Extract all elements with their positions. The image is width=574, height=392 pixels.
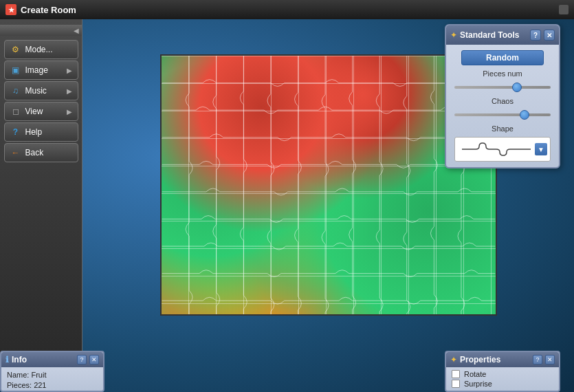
properties-content: Rotate Surprise — [446, 367, 559, 391]
title-bar-title: Create Room — [21, 5, 76, 15]
properties-close-button[interactable]: ✕ — [545, 355, 555, 364]
sidebar-item-view[interactable]: ◻ View ▶ — [4, 102, 78, 121]
tools-close-button[interactable]: ✕ — [544, 30, 555, 41]
sidebar-item-help-label: Help — [25, 127, 43, 137]
rotate-checkbox[interactable] — [452, 370, 460, 378]
chaos-label: Chaos — [452, 97, 553, 105]
sidebar: ◀ ⚙ Mode... ▣ Image ▶ ♫ Music ▶ ◻ View ▶… — [0, 19, 82, 356]
shape-preview-svg — [458, 140, 535, 159]
mode-icon: ⚙ — [10, 44, 21, 55]
app-icon: ★ — [5, 4, 16, 15]
info-header-icon: ℹ — [5, 355, 9, 364]
image-icon: ▣ — [10, 65, 21, 76]
tools-panel-header: ✦ Standard Tools ? ✕ — [446, 25, 559, 45]
sidebar-item-back-label: Back — [25, 148, 44, 157]
view-icon: ◻ — [10, 106, 21, 117]
standard-tools-panel: ✦ Standard Tools ? ✕ Random Pieces num C… — [445, 24, 560, 168]
shape-dropdown-arrow[interactable]: ▼ — [535, 143, 547, 155]
pieces-num-slider-track — [454, 86, 551, 89]
sidebar-item-mode[interactable]: ⚙ Mode... — [4, 40, 78, 59]
tools-header-icon: ✦ — [450, 30, 457, 40]
sidebar-item-image-label: Image — [25, 65, 48, 75]
help-icon: ? — [10, 127, 21, 138]
surprise-checkbox[interactable] — [452, 380, 460, 388]
pieces-num-slider-thumb[interactable] — [512, 83, 522, 92]
sidebar-collapse-btn[interactable]: ◀ — [0, 25, 82, 36]
sidebar-item-mode-label: Mode... — [25, 45, 53, 54]
surprise-property: Surprise — [452, 380, 553, 388]
collapse-arrow-icon: ◀ — [74, 27, 79, 34]
tools-header-title: Standard Tools — [460, 30, 527, 40]
sidebar-item-help[interactable]: ? Help — [4, 122, 78, 142]
rotate-label: Rotate — [464, 370, 486, 378]
random-button[interactable]: Random — [461, 50, 544, 65]
sidebar-item-image[interactable]: ▣ Image ▶ — [4, 61, 78, 80]
image-arrow-icon: ▶ — [67, 67, 72, 74]
shape-label: Shape — [452, 124, 553, 133]
surprise-label: Surprise — [464, 380, 492, 388]
back-icon: ← — [10, 147, 21, 158]
properties-panel: ✦ Properties ? ✕ Rotate Surprise — [445, 351, 560, 392]
sidebar-item-music-label: Music — [25, 86, 47, 96]
view-arrow-icon: ▶ — [67, 108, 72, 116]
chaos-slider-thumb[interactable] — [520, 110, 529, 120]
chaos-slider-track — [454, 113, 551, 116]
rotate-property: Rotate — [452, 370, 553, 378]
info-header-title: Info — [12, 355, 74, 364]
info-pieces: Pieces: 221 — [7, 380, 98, 391]
sidebar-item-view-label: View — [25, 107, 43, 116]
properties-panel-header: ✦ Properties ? ✕ — [446, 352, 559, 367]
shape-selector[interactable]: ▼ — [454, 137, 551, 162]
info-help-button[interactable]: ? — [77, 355, 87, 364]
pieces-num-slider[interactable] — [454, 82, 551, 93]
tools-help-button[interactable]: ? — [530, 30, 541, 41]
info-panel-header: ℹ Info ? ✕ — [1, 352, 103, 367]
pieces-num-label: Pieces num — [452, 69, 553, 78]
sidebar-item-music[interactable]: ♫ Music ▶ — [4, 81, 78, 100]
properties-header-icon: ✦ — [450, 355, 457, 364]
info-content: Name: Fruit Pieces: 221 Mode: standard — [1, 367, 103, 392]
tools-content: Random Pieces num Chaos Shape ▼ — [446, 45, 559, 167]
title-bar-close-button[interactable] — [559, 5, 569, 14]
chaos-slider[interactable] — [454, 109, 551, 120]
music-arrow-icon: ▶ — [67, 87, 72, 95]
title-bar: ★ Create Room — [0, 0, 574, 19]
properties-header-title: Properties — [460, 355, 530, 364]
info-panel: ℹ Info ? ✕ Name: Fruit Pieces: 221 Mode:… — [0, 351, 104, 392]
properties-help-button[interactable]: ? — [533, 355, 542, 364]
sidebar-item-back[interactable]: ← Back — [4, 143, 78, 162]
info-name: Name: Fruit — [7, 370, 98, 380]
music-icon: ♫ — [10, 85, 21, 96]
info-close-button[interactable]: ✕ — [89, 355, 99, 364]
